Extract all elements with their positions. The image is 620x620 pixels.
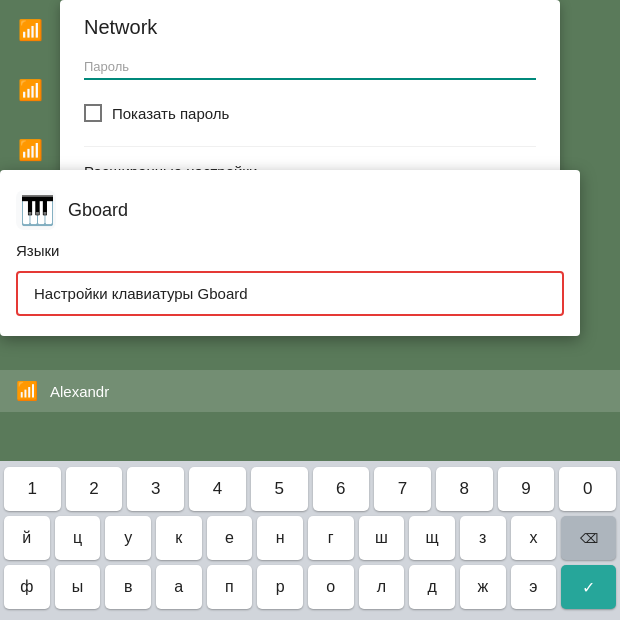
key-к[interactable]: к [156,516,202,560]
show-password-row[interactable]: Показать пароль [84,96,536,130]
keyboard: 1234567890 йцукенгшщзх⌫ фывапролджэ✓ [0,461,620,620]
key-5[interactable]: 5 [251,467,308,511]
keyboard-row-ru2: фывапролджэ✓ [4,565,616,609]
key-у[interactable]: у [105,516,151,560]
key-й[interactable]: й [4,516,50,560]
svg-text:🎹: 🎹 [20,194,55,227]
key-р[interactable]: р [257,565,303,609]
gboard-header: 🎹 Gboard [0,182,580,238]
key-6[interactable]: 6 [313,467,370,511]
key-х[interactable]: х [511,516,557,560]
gboard-settings-button[interactable]: Настройки клавиатуры Gboard [16,271,564,316]
key-ш[interactable]: ш [359,516,405,560]
key-2[interactable]: 2 [66,467,123,511]
keyboard-row-ru1: йцукенгшщзх⌫ [4,516,616,560]
key-н[interactable]: н [257,516,303,560]
key-ф[interactable]: ф [4,565,50,609]
gboard-icon: 🎹 [16,190,56,230]
key-п[interactable]: п [207,565,253,609]
key-в[interactable]: в [105,565,151,609]
network-dialog: Network Пароль Показать пароль Расширенн… [60,0,560,195]
key-3[interactable]: 3 [127,467,184,511]
alexandr-text: Alexandr [50,383,109,400]
key-4[interactable]: 4 [189,467,246,511]
key-7[interactable]: 7 [374,467,431,511]
delete-key[interactable]: ⌫ [561,516,616,560]
key-1[interactable]: 1 [4,467,61,511]
key-д[interactable]: д [409,565,455,609]
wifi-icon-2: 📶 [0,60,60,120]
alexandr-row: 📶 Alexandr [0,370,620,412]
key-о[interactable]: о [308,565,354,609]
confirm-key[interactable]: ✓ [561,565,616,609]
password-label: Пароль [84,59,536,74]
wifi-icon-1: 📶 [0,0,60,60]
gboard-popup: 🎹 Gboard Языки Настройки клавиатуры Gboa… [0,170,580,336]
key-0[interactable]: 0 [559,467,616,511]
network-title: Network [84,16,536,39]
password-underline [84,78,536,80]
key-ц[interactable]: ц [55,516,101,560]
key-8[interactable]: 8 [436,467,493,511]
key-ы[interactable]: ы [55,565,101,609]
show-password-label: Показать пароль [112,105,229,122]
gboard-name: Gboard [68,200,128,221]
key-ж[interactable]: ж [460,565,506,609]
key-щ[interactable]: щ [409,516,455,560]
key-э[interactable]: э [511,565,557,609]
key-е[interactable]: е [207,516,253,560]
key-г[interactable]: г [308,516,354,560]
gboard-languages: Языки [0,238,580,267]
key-9[interactable]: 9 [498,467,555,511]
key-л[interactable]: л [359,565,405,609]
key-а[interactable]: а [156,565,202,609]
alexandr-wifi-icon: 📶 [16,380,38,402]
show-password-checkbox[interactable] [84,104,102,122]
keyboard-row-numbers: 1234567890 [4,467,616,511]
key-з[interactable]: з [460,516,506,560]
